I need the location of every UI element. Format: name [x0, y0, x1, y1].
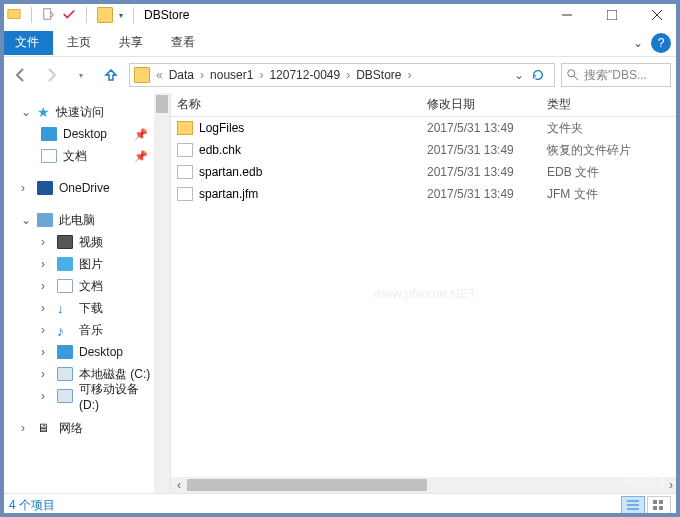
chevron-right-icon[interactable]: ›: [21, 421, 31, 435]
history-dropdown-icon[interactable]: ▾: [69, 63, 93, 87]
file-row[interactable]: edb.chk2017/5/31 13:49恢复的文件碎片: [171, 139, 679, 161]
desktop-icon: [57, 345, 73, 359]
horizontal-scrollbar[interactable]: ‹ ›: [171, 477, 679, 493]
file-name: edb.chk: [199, 143, 241, 157]
nav-tree: ⌄★快速访问 Desktop📌 文档📌 ›OneDrive ⌄此电脑 ›视频 ›…: [1, 93, 171, 493]
file-row[interactable]: spartan.edb2017/5/31 13:49EDB 文件: [171, 161, 679, 183]
qat-dropdown-icon[interactable]: ▾: [119, 11, 123, 20]
scrollbar-thumb[interactable]: [156, 95, 168, 113]
chevron-right-icon[interactable]: ›: [41, 367, 51, 381]
tree-label: 下载: [79, 300, 103, 317]
file-icon: [177, 165, 193, 179]
properties-icon[interactable]: [42, 7, 56, 24]
chevron-right-icon[interactable]: ›: [21, 181, 31, 195]
status-bar: 4 个项目: [1, 493, 679, 516]
drive-icon: [57, 367, 73, 381]
icons-view-button[interactable]: [647, 496, 671, 514]
tree-onedrive[interactable]: ›OneDrive: [1, 177, 170, 199]
explorer-body: ⌄★快速访问 Desktop📌 文档📌 ›OneDrive ⌄此电脑 ›视频 ›…: [1, 93, 679, 493]
up-button[interactable]: [99, 63, 123, 87]
tab-view[interactable]: 查看: [157, 31, 209, 55]
documents-icon: [41, 149, 57, 163]
file-type: EDB 文件: [547, 164, 679, 181]
chevron-down-icon[interactable]: ⌄: [21, 213, 31, 227]
column-date[interactable]: 修改日期: [427, 96, 547, 113]
scrollbar-thumb[interactable]: [187, 479, 427, 491]
column-type[interactable]: 类型: [547, 96, 679, 113]
file-row[interactable]: LogFiles2017/5/31 13:49文件夹: [171, 117, 679, 139]
folder-icon: [97, 7, 113, 23]
file-date: 2017/5/31 13:49: [427, 165, 547, 179]
tree-label: 音乐: [79, 322, 103, 339]
tree-network[interactable]: ›网络: [1, 417, 170, 439]
chevron-down-icon[interactable]: ⌄: [21, 105, 31, 119]
titlebar: ▾ DBStore: [1, 1, 679, 29]
tree-label: OneDrive: [59, 181, 110, 195]
tree-label: 可移动设备 (D:): [79, 381, 162, 412]
chevron-right-icon[interactable]: ›: [41, 345, 51, 359]
tree-pictures[interactable]: ›图片: [1, 253, 170, 275]
minimize-button[interactable]: [544, 1, 589, 29]
back-button[interactable]: [9, 63, 33, 87]
scroll-left-icon[interactable]: ‹: [171, 478, 187, 492]
breadcrumb-part[interactable]: Data: [169, 68, 194, 82]
chevron-right-icon[interactable]: ›: [41, 389, 51, 403]
chevron-right-icon[interactable]: ›: [41, 301, 51, 315]
tree-label: 此电脑: [59, 212, 95, 229]
breadcrumb-part[interactable]: nouser1: [210, 68, 253, 82]
column-headers: 名称 修改日期 类型: [171, 93, 679, 117]
tab-file[interactable]: 文件: [1, 31, 53, 55]
chevron-right-icon[interactable]: «: [152, 68, 167, 82]
tree-videos[interactable]: ›视频: [1, 231, 170, 253]
breadcrumb-part[interactable]: 120712-0049: [269, 68, 340, 82]
tree-label: 图片: [79, 256, 103, 273]
tree-quick-access[interactable]: ⌄★快速访问: [1, 101, 170, 123]
maximize-button[interactable]: [589, 1, 634, 29]
tree-music[interactable]: ›音乐: [1, 319, 170, 341]
tree-documents[interactable]: 文档📌: [1, 145, 170, 167]
tree-scrollbar[interactable]: [154, 93, 170, 493]
onedrive-icon: [37, 181, 53, 195]
column-name[interactable]: 名称: [177, 96, 427, 113]
watermark-text: www.pNome.NET: [374, 286, 477, 301]
tree-label: 文档: [79, 278, 103, 295]
details-view-button[interactable]: [621, 496, 645, 514]
chevron-right-icon[interactable]: ›: [41, 235, 51, 249]
close-button[interactable]: [634, 1, 679, 29]
file-name: LogFiles: [199, 121, 244, 135]
network-icon: [37, 421, 53, 435]
ribbon-expand-icon[interactable]: ⌄: [625, 36, 651, 50]
tree-label: Desktop: [63, 127, 107, 141]
tree-ddrive[interactable]: ›可移动设备 (D:): [1, 385, 170, 407]
tab-home[interactable]: 主页: [53, 31, 105, 55]
svg-rect-11: [653, 500, 657, 504]
tree-thispc[interactable]: ⌄此电脑: [1, 209, 170, 231]
explorer-icon: [7, 7, 21, 24]
tree-desktop-pc[interactable]: ›Desktop: [1, 341, 170, 363]
chevron-right-icon[interactable]: ›: [41, 279, 51, 293]
chevron-right-icon: ›: [404, 68, 416, 82]
pc-icon: [37, 213, 53, 227]
file-row[interactable]: spartan.jfm2017/5/31 13:49JFM 文件: [171, 183, 679, 205]
pictures-icon: [57, 257, 73, 271]
tree-desktop[interactable]: Desktop📌: [1, 123, 170, 145]
tab-share[interactable]: 共享: [105, 31, 157, 55]
address-dropdown-icon[interactable]: ⌄: [514, 68, 524, 82]
breadcrumb-part[interactable]: DBStore: [356, 68, 401, 82]
forward-button[interactable]: [39, 63, 63, 87]
scroll-right-icon[interactable]: ›: [663, 478, 679, 492]
breadcrumb[interactable]: « Data › nouser1 › 120712-0049 › DBStore…: [129, 63, 555, 87]
tree-downloads[interactable]: ›下载: [1, 297, 170, 319]
qat-divider: [31, 7, 32, 23]
tree-documents-pc[interactable]: ›文档: [1, 275, 170, 297]
star-icon: ★: [37, 104, 50, 120]
tree-label: 文档: [63, 148, 87, 165]
refresh-button[interactable]: [526, 68, 550, 82]
checkmark-icon[interactable]: [62, 7, 76, 24]
search-input[interactable]: 搜索"DBS...: [561, 63, 671, 87]
videos-icon: [57, 235, 73, 249]
tree-label: 网络: [59, 420, 83, 437]
chevron-right-icon[interactable]: ›: [41, 257, 51, 271]
chevron-right-icon[interactable]: ›: [41, 323, 51, 337]
help-button[interactable]: ?: [651, 33, 671, 53]
